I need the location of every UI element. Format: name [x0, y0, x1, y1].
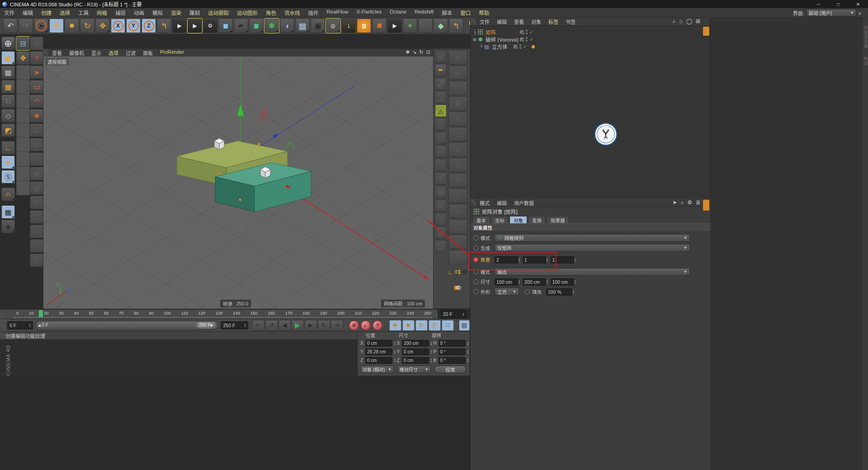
- stepper-icon[interactable]: ▴▾: [547, 258, 548, 262]
- layer-toggle[interactable]: [514, 45, 518, 49]
- menu-item[interactable]: 窗口: [456, 9, 475, 16]
- sketch-toon-button[interactable]: S: [357, 19, 371, 33]
- menu-item[interactable]: 创建: [37, 9, 56, 16]
- node-editor-button[interactable]: ⊟: [16, 37, 30, 50]
- mesh-command-button[interactable]: ◫: [435, 240, 447, 253]
- move-cell-button[interactable]: ✥: [16, 51, 30, 65]
- key-position-toggle[interactable]: ✥: [389, 320, 401, 331]
- edges-mode-button[interactable]: ◇: [1, 109, 15, 122]
- palette-button[interactable]: [16, 108, 30, 123]
- menu-item[interactable]: Octane: [386, 9, 410, 16]
- key-rotation-toggle[interactable]: ↻: [415, 320, 428, 331]
- am-menu-item[interactable]: 编辑: [493, 199, 510, 207]
- menu-item[interactable]: 脚本: [438, 9, 456, 16]
- stepper-icon[interactable]: ▴▾: [467, 341, 469, 345]
- add-cube-button[interactable]: ■: [218, 19, 233, 33]
- mesh-command-button[interactable]: ╲: [435, 91, 447, 103]
- mode-button[interactable]: [1, 184, 14, 187]
- stepper-icon[interactable]: ▴▾: [431, 341, 432, 345]
- am-tab[interactable]: 对象: [509, 216, 527, 223]
- menu-item[interactable]: 流水线: [280, 9, 304, 16]
- keyframe-radio[interactable]: [473, 279, 478, 284]
- timeline-tick[interactable]: 30: [59, 310, 64, 315]
- timeline-tick[interactable]: 20: [44, 310, 49, 315]
- viewport-toggle-icon[interactable]: ⊡: [426, 49, 430, 55]
- viewport-pan-icon[interactable]: ✥: [406, 49, 410, 55]
- character-plugin-button[interactable]: ✦: [403, 19, 417, 33]
- mesh-command-button[interactable]: ⊞: [435, 50, 447, 63]
- drag-grip[interactable]: [0, 319, 5, 331]
- am-tab[interactable]: 坐标: [491, 216, 509, 223]
- timeline-tick[interactable]: 10: [29, 310, 34, 315]
- range-start-spinner[interactable]: 0 F ▴▾: [7, 321, 33, 329]
- stepper-icon[interactable]: ▴▾: [467, 350, 469, 354]
- play-button[interactable]: ▶: [292, 320, 304, 331]
- clone-command-button[interactable]: ▢: [448, 219, 467, 234]
- rotation-field[interactable]: 0 °: [439, 340, 466, 347]
- next-key-button[interactable]: ↻: [318, 320, 330, 331]
- clone-command-button[interactable]: ⊞: [448, 50, 467, 65]
- viewport-canvas[interactable]: Y Z: [43, 49, 434, 309]
- timeline-tick[interactable]: 0: [16, 310, 19, 315]
- mograph-fracture-button[interactable]: ✱: [264, 19, 279, 33]
- help-tool-button[interactable]: ?: [30, 51, 43, 65]
- keyframe-radio[interactable]: [473, 289, 478, 294]
- mesh-command-button[interactable]: ∥: [435, 172, 447, 185]
- mesh-command-button[interactable]: ◫: [435, 118, 447, 131]
- keyframe-radio[interactable]: [473, 245, 478, 250]
- render-view-button[interactable]: ▶: [172, 19, 187, 33]
- preview-range-slider[interactable]: ◀ 0 F 250 F ▶: [36, 321, 218, 330]
- workplane-mode-button[interactable]: ▦: [1, 80, 15, 94]
- timeline-tick[interactable]: 70: [119, 310, 124, 315]
- timeline-tick[interactable]: 220: [372, 310, 379, 315]
- om-search-icon[interactable]: ⌕: [673, 18, 676, 24]
- viewport-zoom-icon[interactable]: ↘: [412, 49, 416, 55]
- menu-item[interactable]: 选择: [56, 9, 74, 16]
- timeline-tick[interactable]: 150: [250, 310, 258, 315]
- count-field[interactable]: 1 ▴▾: [551, 256, 576, 263]
- render-settings-button[interactable]: ⚙: [203, 19, 217, 33]
- camera-button[interactable]: ▣: [311, 19, 325, 33]
- rotate-tool-button[interactable]: ↻: [80, 19, 94, 33]
- palette-button[interactable]: [16, 65, 30, 80]
- mesh-command-button[interactable]: ▢: [435, 132, 447, 144]
- interface-select[interactable]: 启动 (用户)▼: [807, 9, 856, 17]
- modeling-command-button[interactable]: ⊘: [30, 196, 43, 209]
- menu-item[interactable]: 雕刻: [185, 9, 204, 16]
- timeline-tick[interactable]: 120: [198, 310, 205, 315]
- timeline-tick[interactable]: 80: [134, 310, 139, 315]
- menu-item[interactable]: RealFlow: [323, 9, 353, 16]
- last-tool-button[interactable]: ✥: [95, 19, 110, 33]
- rotation-field[interactable]: 0 °: [439, 348, 466, 355]
- search-icon[interactable]: ⌕: [859, 9, 862, 17]
- rotation-field[interactable]: 0 °: [439, 357, 466, 364]
- viewport-menu-item[interactable]: ProRender: [156, 49, 188, 56]
- menu-item[interactable]: 运动跟踪: [204, 9, 233, 16]
- array-command-button[interactable]: ∷: [30, 239, 43, 253]
- object-row-cube[interactable]: └ ▧ 立方体 ✓: [472, 43, 710, 50]
- generate-dropdown[interactable]: 仅矩阵▼: [495, 244, 690, 252]
- menu-item[interactable]: 工具: [74, 9, 93, 16]
- record-keyframe-button[interactable]: ⊙: [349, 320, 359, 330]
- move-tool-button[interactable]: ✥: [49, 19, 64, 33]
- texture-tag[interactable]: [532, 45, 535, 48]
- goto-start-button[interactable]: ⇤: [252, 320, 264, 331]
- enable-check[interactable]: ✓: [529, 37, 533, 42]
- polygon-selection-button[interactable]: ❖: [30, 109, 43, 122]
- menu-item[interactable]: 动画: [130, 9, 148, 16]
- object-row-matrix[interactable]: ├ 矩阵 ✓: [472, 28, 710, 36]
- stepper-icon[interactable]: ▴▾: [575, 258, 576, 262]
- size-field[interactable]: 100 cm: [402, 340, 429, 347]
- modeling-command-button[interactable]: ⊡: [30, 254, 43, 267]
- enable-check[interactable]: ✓: [529, 29, 533, 35]
- om-home-icon[interactable]: ⌂: [679, 18, 682, 24]
- keyframe-radio[interactable]: [473, 235, 478, 240]
- modeling-command-button[interactable]: ⇊: [30, 123, 43, 137]
- polygons-mode-button[interactable]: ◩: [1, 123, 15, 137]
- stepper-icon[interactable]: ▴▾: [519, 258, 520, 262]
- sky-button[interactable]: ↓: [341, 19, 356, 33]
- timeline-tick[interactable]: 200: [337, 310, 344, 315]
- clone-command-button[interactable]: ▢: [448, 81, 467, 95]
- psr-axis-button[interactable]: ↰: [449, 19, 463, 33]
- palette-button[interactable]: [16, 123, 30, 137]
